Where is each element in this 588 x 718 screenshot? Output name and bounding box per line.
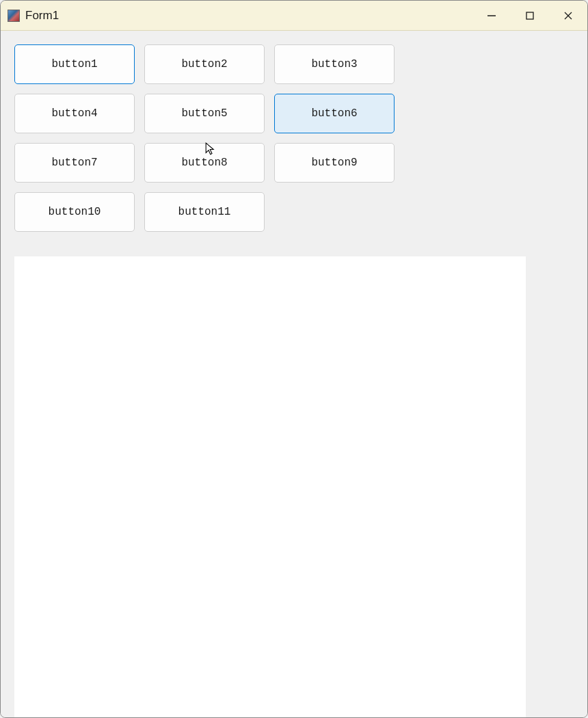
button-label: button8 — [181, 157, 227, 169]
button-8[interactable]: button8 — [144, 143, 265, 183]
button-9[interactable]: button9 — [274, 143, 395, 183]
close-icon — [563, 11, 573, 21]
button-label: button4 — [51, 107, 97, 120]
maximize-button[interactable] — [511, 1, 549, 31]
button-label: button2 — [181, 58, 227, 70]
minimize-button[interactable] — [472, 1, 511, 31]
button-3[interactable]: button3 — [274, 44, 395, 84]
button-label: button9 — [311, 157, 357, 169]
svg-rect-1 — [526, 12, 533, 19]
button-label: button10 — [49, 206, 101, 218]
minimize-icon — [487, 11, 496, 21]
button-label: button11 — [178, 206, 231, 218]
button-1[interactable]: button1 — [14, 44, 135, 84]
button-label: button3 — [311, 58, 357, 70]
button-label: button6 — [311, 107, 357, 120]
app-icon — [8, 10, 20, 22]
button-7[interactable]: button7 — [14, 143, 135, 183]
button-4[interactable]: button4 — [14, 94, 135, 133]
button-2[interactable]: button2 — [144, 44, 265, 84]
close-button[interactable] — [549, 1, 587, 31]
window-title: Form1 — [25, 9, 59, 23]
window-frame: Form1 button1 button2 — [0, 0, 588, 718]
client-area: button1 button2 button3 button4 button5 … — [1, 31, 587, 717]
button-11[interactable]: button11 — [144, 192, 265, 232]
content-panel — [14, 256, 526, 718]
button-6[interactable]: button6 — [274, 94, 395, 133]
titlebar[interactable]: Form1 — [1, 1, 587, 31]
titlebar-controls — [472, 1, 587, 30]
button-label: button5 — [181, 107, 227, 120]
maximize-icon — [525, 11, 535, 21]
button-10[interactable]: button10 — [14, 192, 135, 232]
button-grid: button1 button2 button3 button4 button5 … — [14, 44, 507, 232]
button-5[interactable]: button5 — [144, 94, 265, 133]
button-label: button7 — [51, 157, 97, 169]
button-label: button1 — [51, 58, 97, 70]
